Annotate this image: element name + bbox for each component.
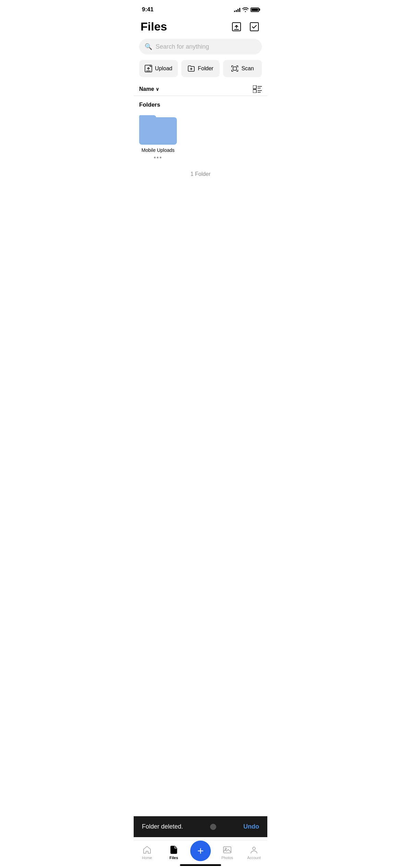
wifi-icon [242, 7, 248, 12]
folder-icon [139, 114, 177, 145]
search-bar[interactable]: 🔍 Search for anything [139, 39, 262, 55]
check-square-icon [250, 22, 259, 32]
folder-body [139, 117, 177, 145]
upload-button[interactable] [230, 21, 243, 33]
sort-chevron-icon: ∨ [156, 86, 159, 92]
upload-action-label: Upload [155, 65, 172, 72]
view-toggle-button[interactable] [253, 85, 262, 93]
sort-row: Name ∨ [134, 83, 267, 96]
folder-add-icon [187, 65, 195, 72]
folders-grid: Mobile Uploads ••• [134, 111, 267, 164]
upload-action-button[interactable]: Upload [139, 60, 178, 77]
svg-rect-4 [253, 85, 256, 89]
search-icon: 🔍 [145, 43, 152, 50]
action-buttons: Upload Folder Scan [134, 60, 267, 83]
search-container: 🔍 Search for anything [134, 39, 267, 60]
sort-name-label: Name [139, 86, 154, 92]
folder-action-label: Folder [198, 65, 213, 72]
header-actions [230, 21, 260, 33]
select-button[interactable] [248, 21, 260, 33]
scan-icon [231, 65, 239, 72]
folder-name: Mobile Uploads [142, 147, 175, 153]
scan-action-label: Scan [241, 65, 254, 72]
folder-count: 1 Folder [134, 164, 267, 184]
status-bar: 9:41 [134, 0, 267, 17]
signal-icon [234, 8, 240, 12]
upload-icon [232, 22, 241, 32]
search-placeholder: Search for anything [156, 43, 209, 50]
svg-rect-1 [250, 23, 258, 31]
sort-button[interactable]: Name ∨ [139, 86, 159, 92]
folder-action-button[interactable]: Folder [181, 60, 220, 77]
svg-rect-5 [253, 89, 256, 93]
upload-action-icon [145, 65, 152, 72]
folder-more-icon[interactable]: ••• [154, 154, 162, 161]
page-title: Files [141, 20, 167, 33]
folder-item[interactable]: Mobile Uploads ••• [139, 114, 177, 161]
status-time: 9:41 [142, 6, 154, 13]
folders-section-header: Folders [134, 96, 267, 111]
battery-icon [251, 8, 259, 12]
grid-list-icon [253, 85, 262, 93]
page-header: Files [134, 17, 267, 39]
content-area: Folders Mobile Uploads ••• 1 Folder [134, 96, 267, 246]
scan-action-button[interactable]: Scan [223, 60, 262, 77]
status-icons [234, 7, 259, 12]
svg-rect-3 [233, 67, 236, 70]
